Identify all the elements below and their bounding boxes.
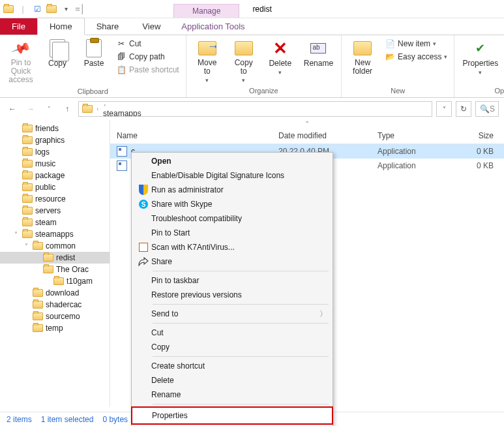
chevron-right-icon[interactable]: ›	[95, 106, 100, 112]
nav-recent-dropdown[interactable]: ˅	[42, 102, 56, 116]
file-size: 0 KB	[454, 147, 504, 156]
status-selected-count: 1 item selected	[41, 415, 94, 424]
tree-item-label: friends	[35, 124, 59, 133]
tab-application-tools[interactable]: Application Tools	[172, 18, 254, 35]
new-folder-button[interactable]: New folder	[347, 38, 378, 77]
tree-item-common[interactable]: ˅common	[0, 240, 110, 252]
easy-access-icon: 📂	[385, 52, 395, 62]
refresh-button[interactable]: ↻	[456, 101, 471, 117]
ctx-share-skype[interactable]: SShare with Skype	[132, 197, 333, 211]
ctx-delete[interactable]: Delete	[132, 373, 333, 388]
search-box[interactable]: 🔍 S	[475, 101, 499, 117]
tree-item-friends[interactable]: friends	[0, 123, 110, 134]
cut-button[interactable]: ✂Cut	[115, 38, 181, 50]
ctx-rename[interactable]: Rename	[132, 388, 333, 402]
tab-file[interactable]: File	[0, 18, 37, 35]
expand-icon[interactable]: ˅	[22, 243, 30, 250]
ctx-troubleshoot-compat[interactable]: Troubleshoot compatibility	[132, 211, 333, 226]
col-header-name[interactable]: Name	[110, 131, 278, 140]
folder-tree[interactable]: friendsgraphicslogsmusicpackagepublicres…	[0, 120, 110, 407]
ctx-restore-versions[interactable]: Restore previous versions	[132, 288, 333, 302]
breadcrumb-segment[interactable]: steamapps	[102, 109, 173, 117]
tree-item-sourcemo[interactable]: sourcemo	[0, 311, 110, 322]
qat-dropdown-icon[interactable]: ▾	[60, 3, 72, 15]
qat-overflow[interactable]: =│	[74, 3, 86, 15]
tree-item-graphics[interactable]: graphics	[0, 134, 110, 146]
col-header-size[interactable]: Size	[454, 131, 504, 140]
folder-icon	[22, 230, 33, 238]
tree-item-steam[interactable]: steam	[0, 217, 110, 228]
tree-item-t10gam[interactable]: t10gam	[0, 275, 110, 287]
application-icon	[117, 160, 127, 171]
tree-item-label: resource	[35, 194, 66, 204]
col-header-type[interactable]: Type	[378, 131, 454, 140]
copy-path-button[interactable]: 🗐Copy path	[115, 51, 181, 63]
folder-icon	[235, 41, 253, 55]
chevron-down-icon: ▾	[205, 77, 209, 84]
tree-item-resource[interactable]: resource	[0, 193, 110, 205]
properties-button[interactable]: ✔ Properties▾	[460, 38, 501, 77]
paste-button[interactable]: Paste	[78, 38, 110, 69]
folder-icon	[22, 207, 33, 215]
nav-forward-button[interactable]: →	[23, 102, 38, 116]
nav-back-button[interactable]: ←	[5, 102, 20, 116]
tree-item-label: package	[35, 171, 65, 180]
nav-bar: ← → ˅ ↑ › Local Disk (C:)›Program Files …	[0, 98, 504, 120]
copy-button[interactable]: Copy	[42, 38, 73, 69]
nav-up-button[interactable]: ↑	[60, 102, 74, 116]
tree-item-public[interactable]: public	[0, 181, 110, 193]
folder-icon	[33, 289, 43, 297]
ctx-pin-taskbar[interactable]: Pin to taskbar	[132, 273, 333, 288]
tree-item-redist[interactable]: redist	[0, 252, 110, 264]
manage-contextual-tab[interactable]: Manage	[173, 4, 239, 18]
col-header-date[interactable]: Date modified	[278, 131, 378, 140]
rename-icon	[310, 43, 326, 53]
folder-icon	[22, 195, 33, 203]
qat-folder-icon[interactable]	[46, 3, 57, 15]
ctx-open[interactable]: Open	[132, 154, 333, 168]
rename-button[interactable]: Rename	[301, 38, 336, 69]
tree-item-package[interactable]: package	[0, 170, 110, 181]
tree-item-temp[interactable]: temp	[0, 322, 110, 334]
tree-item-download[interactable]: download	[0, 287, 110, 299]
paste-shortcut-button[interactable]: 📋Paste shortcut	[115, 64, 181, 76]
file-type: Application	[378, 161, 454, 170]
expand-icon[interactable]: ˅	[12, 231, 20, 238]
group-label-open: Open	[495, 85, 505, 95]
ctx-scan-k7[interactable]: Scan with K7AntiVirus...	[132, 240, 333, 254]
paste-shortcut-icon: 📋	[116, 65, 126, 75]
easy-access-button[interactable]: 📂Easy access ▾	[383, 51, 449, 63]
tab-view[interactable]: View	[130, 18, 172, 35]
tab-share[interactable]: Share	[85, 18, 131, 35]
ctx-share[interactable]: Share	[132, 254, 333, 269]
ctx-toggle-signature-icons[interactable]: Enable/Disable Digital Signature Icons	[132, 168, 333, 183]
tab-home[interactable]: Home	[37, 18, 85, 35]
tree-item-shadercac[interactable]: shadercac	[0, 299, 110, 311]
ctx-pin-start[interactable]: Pin to Start	[132, 226, 333, 240]
delete-button[interactable]: ✕ Delete▾	[265, 38, 296, 77]
tree-item-the-orac[interactable]: The Orac	[0, 264, 110, 275]
ctx-create-shortcut[interactable]: Create shortcut	[132, 359, 333, 373]
ctx-send-to[interactable]: Send to〉	[132, 307, 333, 321]
address-bar[interactable]: › Local Disk (C:)›Program Files (x86)›St…	[78, 101, 432, 117]
ctx-run-admin[interactable]: Run as administrator	[132, 183, 333, 197]
nav-dropdown[interactable]: ˅	[436, 101, 452, 117]
new-item-button[interactable]: 📄New item ▾	[383, 38, 449, 50]
tree-item-servers[interactable]: servers	[0, 205, 110, 217]
ctx-copy[interactable]: Copy	[132, 340, 333, 354]
column-headers[interactable]: Name Date modified Type Size	[110, 127, 504, 144]
tree-item-label: The Orac	[56, 265, 89, 274]
tree-item-steamapps[interactable]: ˅steamapps	[0, 228, 110, 240]
move-to-button[interactable]: → Move to▾	[192, 38, 223, 85]
tree-item-music[interactable]: music	[0, 158, 110, 170]
tree-item-label: steamapps	[35, 230, 74, 239]
chevron-right-icon[interactable]: ›	[102, 102, 108, 108]
file-type: Application	[378, 147, 454, 156]
ctx-cut[interactable]: Cut	[132, 326, 333, 340]
qat-checkbox-icon[interactable]: ☑	[31, 3, 43, 15]
pin-to-quick-access-button[interactable]: 📌 Pin to Quick access	[5, 38, 37, 86]
tree-item-logs[interactable]: logs	[0, 146, 110, 158]
group-label-new: New	[391, 85, 405, 95]
copy-to-button[interactable]: Copy to▾	[228, 38, 259, 85]
ctx-properties[interactable]: Properties	[131, 406, 333, 425]
